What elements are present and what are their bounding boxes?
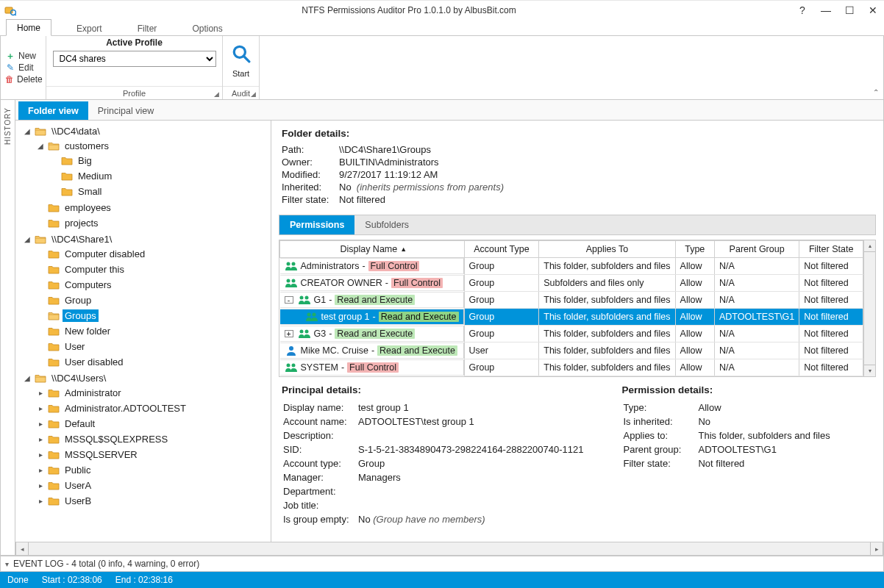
folder-icon (48, 249, 60, 259)
scroll-right-icon[interactable]: ▸ (870, 542, 883, 555)
tree-label: User disabled (63, 356, 126, 368)
profile-select[interactable]: DC4 shares (53, 51, 216, 67)
folder-tree[interactable]: ◢\\DC4\data\ ◢customers Big Medium Small… (15, 121, 271, 542)
scroll-left-icon[interactable]: ◂ (15, 542, 29, 555)
tab-export[interactable]: Export (66, 21, 113, 36)
tree-node[interactable]: ◢\\DC4\Share1\ (23, 232, 271, 246)
tree-twisty-icon[interactable]: ▸ (36, 389, 45, 397)
table-row[interactable]: Administrators - Full Control Group This… (280, 258, 863, 275)
tab-permissions[interactable]: Permissions (279, 215, 354, 234)
tree-node[interactable]: ◢customers (36, 139, 271, 153)
folder-icon (48, 218, 60, 228)
col-filter-state[interactable]: Filter State (799, 241, 863, 258)
trash-icon: 🗑 (5, 74, 14, 85)
tree-node[interactable]: Small (49, 184, 271, 198)
tree-twisty-icon[interactable]: ▸ (36, 435, 45, 443)
tab-folder-view[interactable]: Folder view (18, 101, 88, 120)
tree-node[interactable]: ▸UserB (36, 494, 271, 508)
folder-icon (48, 481, 60, 490)
search-icon[interactable] (232, 44, 251, 68)
permissions-table[interactable]: Display Name▲ Account Type Applies To Ty… (279, 240, 863, 376)
view-tabs: Folder view Principal view (15, 100, 883, 121)
table-scrollbar[interactable]: ▴ ▾ (863, 240, 875, 376)
tree-node[interactable]: ◢\\DC4\Users\ (23, 371, 271, 385)
tab-subfolders[interactable]: Subfolders (354, 215, 419, 234)
table-row[interactable]: Mike MC. Cruise - Read and Execute User … (280, 343, 863, 359)
history-tab[interactable]: HISTORY (1, 100, 15, 555)
tree-node[interactable]: User (36, 340, 271, 354)
tree-node[interactable]: User disabled (36, 355, 271, 369)
close-icon[interactable]: ✕ (866, 4, 880, 16)
tree-node[interactable]: ◢\\DC4\data\ (23, 124, 271, 138)
tab-principal-view[interactable]: Principal view (88, 101, 163, 120)
dialog-launcher-icon[interactable]: ◢ (214, 90, 219, 98)
table-row[interactable]: CREATOR OWNER - Full Control Group Subfo… (280, 275, 863, 292)
table-row[interactable]: + G3 - Read and Execute Group This folde… (280, 326, 863, 343)
tree-node[interactable]: ▸MSSQLSERVER (36, 448, 271, 462)
tree-twisty-icon[interactable]: ▸ (36, 420, 45, 428)
svg-point-14 (304, 329, 308, 333)
edit-button[interactable]: ✎ Edit (5, 62, 41, 73)
titlebar: NTFS Permissions Auditor Pro 1.0.1.0 by … (0, 0, 884, 19)
row-account-type: User (464, 343, 539, 359)
tree-twisty-icon[interactable]: ▸ (36, 481, 45, 490)
tree-node[interactable]: projects (36, 216, 271, 230)
tree-node[interactable]: ▸Administrator.ADTOOLTEST (36, 401, 271, 415)
tree-node[interactable]: Medium (49, 169, 271, 183)
col-type[interactable]: Type (675, 241, 714, 258)
maximize-icon[interactable]: ☐ (843, 4, 856, 16)
tab-home[interactable]: Home (6, 19, 51, 36)
tree-node[interactable]: ▸MSSQL$SQLEXPRESS (36, 432, 271, 446)
tree-twisty-icon[interactable]: ▸ (36, 497, 45, 505)
horizontal-scrollbar[interactable]: ◂ ▸ (15, 542, 883, 555)
col-account-type[interactable]: Account Type (464, 241, 539, 258)
new-button[interactable]: ＋ New (5, 51, 41, 61)
tree-node[interactable]: Group (36, 293, 271, 307)
svg-point-10 (304, 295, 308, 299)
table-row[interactable]: - G1 - Read and Execute Group This folde… (280, 292, 863, 309)
col-parent-group[interactable]: Parent Group (714, 241, 799, 258)
row-filter: Not filtered (799, 258, 863, 275)
tab-filter[interactable]: Filter (127, 21, 168, 36)
tree-node[interactable]: ▸Default (36, 417, 271, 431)
tree-node[interactable]: ▸Public (36, 463, 271, 477)
tree-twisty-icon[interactable]: ▸ (36, 404, 45, 412)
tree-twisty-icon[interactable]: ▸ (36, 451, 45, 459)
help-icon[interactable]: ? (796, 4, 809, 16)
dialog-launcher-icon[interactable]: ◢ (251, 90, 256, 98)
tree-node[interactable]: Computers (36, 278, 271, 292)
folder-icon (35, 373, 46, 383)
row-parent: N/A (714, 275, 799, 292)
folder-icon (35, 126, 46, 136)
tree-node[interactable]: Computer this (36, 262, 271, 276)
scroll-up-icon[interactable]: ▴ (864, 240, 875, 252)
minimize-icon[interactable]: — (819, 4, 833, 16)
tab-options[interactable]: Options (182, 21, 232, 36)
tree-twisty-icon[interactable]: ▸ (36, 466, 45, 474)
table-row[interactable]: SYSTEM - Full Control Group This folder,… (280, 359, 863, 376)
collapse-ribbon-icon[interactable]: ⌃ (873, 88, 879, 96)
tree-node[interactable]: Computer disabled (36, 247, 271, 261)
expand-icon[interactable]: + (285, 330, 293, 337)
ribbon-tabs: Home Export Filter Options (0, 19, 884, 36)
tree-label: UserA (63, 479, 93, 492)
tree-node[interactable]: ▸UserA (36, 478, 271, 492)
delete-button[interactable]: 🗑 Delete (5, 74, 41, 85)
tree-node[interactable]: employees (36, 201, 271, 215)
tree-node[interactable]: Big (49, 154, 271, 168)
tree-node[interactable]: Groups (36, 309, 271, 323)
tree-twisty-icon[interactable]: ◢ (23, 374, 32, 382)
col-display-name[interactable]: Display Name▲ (280, 241, 465, 258)
tree-twisty-icon[interactable]: ◢ (23, 127, 32, 135)
start-button[interactable]: Start (232, 69, 249, 78)
event-log-bar[interactable]: ▾ EVENT LOG - 4 total (0 info, 4 warning… (0, 556, 884, 572)
table-row[interactable]: test group 1 - Read and Execute Group Th… (280, 309, 863, 326)
tree-twisty-icon[interactable]: ◢ (36, 142, 45, 150)
tree-node[interactable]: New folder (36, 324, 271, 338)
tree-label: Administrator (63, 387, 124, 399)
col-applies-to[interactable]: Applies To (539, 241, 675, 258)
tree-twisty-icon[interactable]: ◢ (23, 235, 32, 243)
expand-icon[interactable]: - (285, 296, 293, 304)
scroll-down-icon[interactable]: ▾ (864, 365, 875, 376)
tree-node[interactable]: ▸Administrator (36, 386, 271, 400)
